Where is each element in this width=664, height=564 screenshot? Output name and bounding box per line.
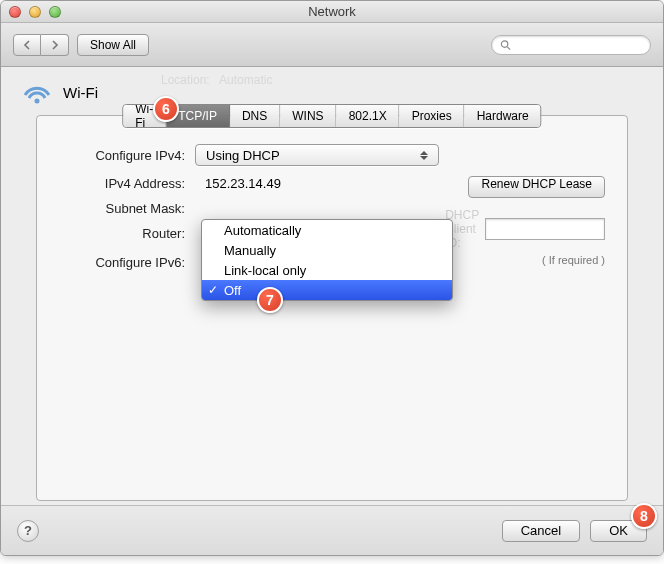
configure-ipv4-popup[interactable]: Using DHCP bbox=[195, 144, 439, 166]
svg-line-1 bbox=[507, 46, 510, 49]
chevron-left-icon bbox=[22, 40, 32, 50]
show-all-button[interactable]: Show All bbox=[77, 34, 149, 56]
sheet-title: Wi-Fi bbox=[63, 84, 98, 101]
configure-ipv4-value: Using DHCP bbox=[206, 148, 280, 163]
updown-caret-icon bbox=[416, 147, 432, 163]
ipv4-address-label: IPv4 Address: bbox=[61, 176, 195, 191]
ipv6-menu-item-manually[interactable]: Manually bbox=[202, 240, 452, 260]
sheet-header: Wi-Fi bbox=[21, 79, 645, 105]
tab-dns[interactable]: DNS bbox=[230, 105, 280, 127]
renew-dhcp-lease-button[interactable]: Renew DHCP Lease bbox=[468, 176, 605, 198]
tab-hardware[interactable]: Hardware bbox=[465, 105, 541, 127]
back-button[interactable] bbox=[13, 34, 41, 56]
toolbar: Show All bbox=[1, 23, 663, 67]
network-prefs-window: Network Show All Wi- bbox=[0, 0, 664, 556]
search-field[interactable] bbox=[491, 35, 651, 55]
tab-wins[interactable]: WINS bbox=[280, 105, 336, 127]
wifi-icon bbox=[21, 79, 53, 105]
dhcp-client-id-input[interactable] bbox=[485, 218, 605, 240]
annotation-badge-7: 7 bbox=[257, 287, 283, 313]
configure-ipv6-menu: Automatically Manually Link-local only O… bbox=[201, 219, 453, 301]
search-input[interactable] bbox=[511, 37, 642, 53]
search-icon bbox=[500, 39, 511, 51]
titlebar: Network bbox=[1, 1, 663, 23]
annotation-badge-6: 6 bbox=[153, 96, 179, 122]
svg-point-0 bbox=[501, 40, 507, 46]
tab-8021x[interactable]: 802.1X bbox=[337, 105, 400, 127]
ipv6-menu-item-link-local[interactable]: Link-local only bbox=[202, 260, 452, 280]
cancel-button[interactable]: Cancel bbox=[502, 520, 580, 542]
if-required-label: ( If required ) bbox=[542, 254, 605, 266]
help-button[interactable]: ? bbox=[17, 520, 39, 542]
configure-ipv4-label: Configure IPv4: bbox=[61, 148, 195, 163]
ipv4-address-value: 152.23.14.49 bbox=[195, 176, 281, 191]
chevron-right-icon bbox=[50, 40, 60, 50]
subnet-mask-label: Subnet Mask: bbox=[61, 201, 195, 216]
router-label: Router: bbox=[61, 226, 195, 241]
nav-group bbox=[13, 34, 69, 56]
configure-ipv6-label: Configure IPv6: bbox=[61, 255, 195, 270]
ipv6-menu-item-automatically[interactable]: Automatically bbox=[202, 220, 452, 240]
tab-proxies[interactable]: Proxies bbox=[400, 105, 465, 127]
svg-point-2 bbox=[35, 99, 40, 104]
forward-button[interactable] bbox=[41, 34, 69, 56]
tabs: Wi-Fi TCP/IP DNS WINS 802.1X Proxies Har… bbox=[122, 104, 541, 128]
annotation-badge-8: 8 bbox=[631, 503, 657, 529]
window-title: Network bbox=[1, 4, 663, 19]
footer: ? Cancel OK bbox=[1, 505, 663, 555]
right-column: Renew DHCP Lease DHCP Client ID: ( If re… bbox=[455, 176, 605, 266]
ipv6-menu-item-off[interactable]: Off bbox=[202, 280, 452, 300]
settings-panel: Wi-Fi TCP/IP DNS WINS 802.1X Proxies Har… bbox=[36, 115, 628, 501]
